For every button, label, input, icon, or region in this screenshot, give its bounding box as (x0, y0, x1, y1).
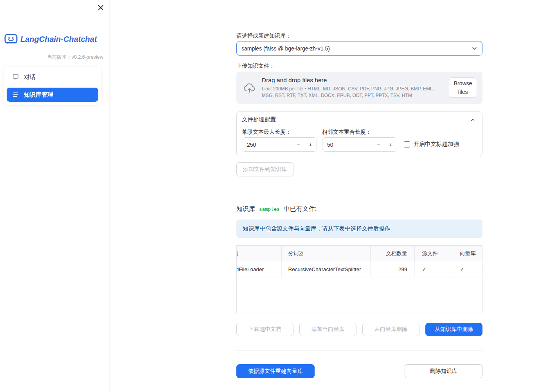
column-header-splitter[interactable]: 分词器 (282, 246, 371, 261)
download-selected-button[interactable]: 下载选中文档 (236, 323, 293, 336)
add-to-vector-store-button[interactable]: 添加至向量库 (299, 323, 356, 336)
sidebar-item-label: 知识库管理 (24, 91, 53, 99)
upload-label: 上传知识文件： (236, 63, 275, 70)
file-dropzone[interactable]: Drag and drop files here Limit 200MB per… (236, 72, 482, 104)
chinese-title-checkbox-label: 开启中文标题加强 (414, 140, 459, 148)
table-row[interactable]: UnstructuredFileLoader RecursiveCharacte… (237, 261, 482, 277)
chevron-up-icon (470, 117, 476, 123)
file-action-buttons: 下载选中文档 添加至向量库 从向量库删除 从知识库中删除 (236, 323, 482, 336)
app-logo-text: LangChain-Chatchat (20, 35, 97, 44)
max-length-increment-button[interactable]: + (304, 138, 317, 151)
version-label: 当前版本： (47, 54, 72, 60)
column-header-vector-store[interactable]: 向量库 (452, 246, 482, 261)
close-icon (98, 5, 104, 11)
divider (236, 351, 482, 351)
cell-splitter: RecursiveCharacterTextSplitter (282, 261, 371, 277)
dropzone-limits: Limit 200MB per file • HTML, MD, JSON, C… (262, 86, 445, 99)
app-logo: LangChain-Chatchat (4, 33, 97, 45)
kb-select[interactable]: samples (faiss @ bge-large-zh-v1.5) (236, 41, 482, 56)
file-config-expander: 文件处理配置 单段文本最大长度： 相邻文本重合长度： − + − + 开启中文标… (236, 111, 482, 156)
chat-bubble-icon (13, 74, 19, 80)
upload-cloud-icon (243, 83, 256, 93)
delete-from-vector-store-button[interactable]: 从向量库删除 (362, 323, 419, 336)
cell-doc-count: 299 (371, 261, 415, 277)
chevron-down-icon (471, 45, 478, 52)
cell-source-file-check: ✓ (415, 261, 452, 277)
rebuild-vector-store-button[interactable]: 依据源文件重建向量库 (236, 364, 315, 378)
browse-files-button[interactable]: Browse files (449, 77, 477, 98)
max-length-value[interactable] (242, 138, 292, 151)
delete-kb-button[interactable]: 删除知识库 (405, 364, 482, 378)
max-length-label: 单段文本最大长度： (242, 129, 291, 136)
info-alert: 知识库中包含源文件与向量库，请从下表中选择文件后操作 (236, 219, 482, 238)
kb-files-heading: 知识库 samples 中已有文件: (236, 205, 317, 213)
chinese-title-checkbox[interactable]: 开启中文标题加强 (404, 140, 459, 148)
sidebar-item-dialogue[interactable]: 对话 (7, 70, 98, 84)
version-value: v0.2.6-preview (72, 54, 103, 60)
max-length-decrement-button[interactable]: − (292, 138, 304, 151)
divider (236, 192, 482, 192)
column-header-doc-count[interactable]: 文档数量 (371, 246, 415, 261)
expander-header[interactable]: 文件处理配置 (237, 112, 482, 123)
overlap-value[interactable] (322, 138, 373, 151)
chat-logo-icon (4, 33, 18, 45)
cell-vector-store-check: ✓ (452, 261, 482, 277)
kb-name-code: samples (258, 206, 281, 212)
list-icon (13, 92, 19, 97)
expander-title: 文件处理配置 (242, 116, 276, 123)
kb-files-suffix: 中已有文件: (284, 205, 317, 213)
info-alert-text: 知识库中包含源文件与向量库，请从下表中选择文件后操作 (243, 225, 390, 232)
overlap-input: − + (322, 137, 397, 152)
sidebar-item-label: 对话 (24, 74, 36, 81)
sidebar-item-knowledge-base[interactable]: 知识库管理 (7, 88, 98, 102)
close-sidebar-button[interactable] (95, 2, 106, 13)
cell-loader: UnstructuredFileLoader (237, 261, 282, 277)
files-table: 文档加载器 分词器 文档数量 源文件 向量库 UnstructuredFileL… (236, 245, 482, 313)
check-icon: ✓ (460, 266, 464, 272)
add-files-button[interactable]: 添加文件到知识库 (236, 162, 293, 176)
main-content: 请选择或新建知识库： samples (faiss @ bge-large-zh… (236, 0, 482, 392)
overlap-label: 相邻文本重合长度： (322, 129, 371, 136)
sidebar: LangChain-Chatchat 当前版本：v0.2.6-preview 对… (0, 0, 110, 392)
max-length-input: − + (242, 137, 317, 152)
checkbox-box (404, 141, 410, 147)
dropzone-text: Drag and drop files here Limit 200MB per… (262, 77, 449, 99)
kb-select-label: 请选择或新建知识库： (236, 32, 291, 40)
kb-select-value: samples (faiss @ bge-large-zh-v1.5) (241, 45, 330, 52)
overlap-decrement-button[interactable]: − (373, 138, 385, 151)
version-text: 当前版本：v0.2.6-preview (47, 54, 103, 61)
check-icon: ✓ (422, 266, 426, 272)
column-header-loader[interactable]: 文档加载器 (237, 246, 282, 261)
delete-from-kb-button[interactable]: 从知识库中删除 (425, 323, 482, 336)
sidebar-menu: 对话 知识库管理 (4, 67, 101, 105)
overlap-increment-button[interactable]: + (385, 138, 397, 151)
column-header-source-file[interactable]: 源文件 (415, 246, 452, 261)
kb-files-prefix: 知识库 (236, 205, 255, 213)
table-header: 文档加载器 分词器 文档数量 源文件 向量库 (237, 246, 482, 261)
dropzone-title: Drag and drop files here (262, 77, 445, 84)
